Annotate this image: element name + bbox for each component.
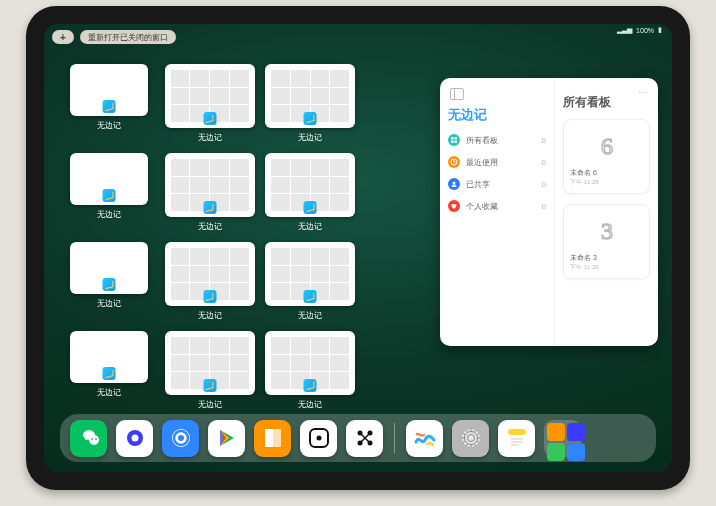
window-thumbnail	[70, 331, 148, 383]
board-thumbnail: 3	[587, 211, 627, 251]
window-thumbnail	[165, 242, 255, 306]
dock-recent-apps[interactable]	[544, 420, 581, 457]
window-thumbnail	[165, 64, 255, 128]
window-label: 无边记	[97, 120, 121, 131]
window-label: 无边记	[298, 221, 322, 232]
reopen-closed-window-button[interactable]: 重新打开已关闭的窗口	[80, 30, 176, 44]
freeform-app-icon	[304, 379, 317, 392]
sidebar-item-count: 0	[542, 136, 546, 145]
sidebar-item[interactable]: 最近使用0	[448, 156, 546, 168]
sidebar-item[interactable]: 个人收藏0	[448, 200, 546, 212]
freeform-app-icon	[103, 189, 116, 202]
switcher-window[interactable]: 无边记	[70, 242, 148, 321]
freeform-app-icon	[203, 201, 216, 214]
svg-rect-0	[451, 137, 454, 140]
svg-rect-40	[508, 429, 526, 435]
svg-point-19	[316, 436, 321, 441]
recent-app-mini-icon	[567, 423, 585, 441]
dock-books-icon[interactable]	[254, 420, 291, 457]
ipad-screen: ▂▃▅ 100% ▮ + 重新打开已关闭的窗口 无边记无边记无边记无边记无边记无…	[44, 24, 672, 472]
battery-icon: ▮	[658, 26, 662, 34]
dock-separator	[394, 423, 395, 453]
sidebar-toggle-icon[interactable]	[450, 88, 464, 100]
sidebar-item[interactable]: 所有看板0	[448, 134, 546, 146]
app-switcher-grid: 无边记无边记无边记无边记无边记无边记无边记无边记无边记无边记无边记无边记	[70, 64, 450, 410]
panel-right-title: 所有看板	[563, 94, 650, 111]
recent-app-mini-icon	[547, 423, 565, 441]
board-subtitle: 下午 11:28	[570, 178, 643, 187]
dock-wechat-icon[interactable]	[70, 420, 107, 457]
window-thumbnail	[265, 153, 355, 217]
panel-title: 无边记	[448, 106, 546, 124]
dock-notes-icon[interactable]	[498, 420, 535, 457]
svg-point-9	[91, 438, 93, 440]
window-label: 无边记	[198, 132, 222, 143]
board-card[interactable]: 3未命名 3下午 11:28	[563, 204, 650, 279]
sidebar-item[interactable]: 已共享0	[448, 178, 546, 190]
dock-play-icon[interactable]	[208, 420, 245, 457]
window-label: 无边记	[298, 399, 322, 410]
dock-settings-icon[interactable]	[452, 420, 489, 457]
freeform-app-icon	[304, 201, 317, 214]
sidebar-item-label: 个人收藏	[466, 201, 498, 212]
window-thumbnail	[70, 64, 148, 116]
dock	[60, 414, 656, 462]
window-thumbnail	[165, 331, 255, 395]
grid-icon	[448, 134, 460, 146]
svg-point-15	[178, 435, 184, 441]
switcher-window[interactable]: 无边记	[171, 331, 249, 410]
board-card[interactable]: 6未命名 6下午 11:28	[563, 119, 650, 194]
svg-rect-2	[451, 141, 454, 144]
window-label: 无边记	[97, 387, 121, 398]
sidebar-item-count: 0	[542, 180, 546, 189]
window-label: 无边记	[298, 310, 322, 321]
sidebar-item-count: 0	[542, 202, 546, 211]
freeform-app-icon	[304, 112, 317, 125]
freeform-app-icon	[203, 112, 216, 125]
svg-point-12	[131, 435, 138, 442]
window-thumbnail	[265, 331, 355, 395]
switcher-window[interactable]: 无边记	[171, 153, 249, 232]
window-thumbnail	[70, 153, 148, 205]
freeform-app-icon	[103, 367, 116, 380]
svg-text:6: 6	[601, 133, 613, 159]
switcher-window[interactable]: 无边记	[271, 242, 349, 321]
reopen-label: 重新打开已关闭的窗口	[88, 32, 168, 43]
switcher-window[interactable]: 无边记	[271, 331, 349, 410]
board-title: 未命名 6	[570, 168, 643, 178]
sidebar-item-label: 所有看板	[466, 135, 498, 146]
svg-point-5	[453, 182, 456, 185]
heart-icon	[448, 200, 460, 212]
freeform-window[interactable]: ⋯ 无边记 所有看板0最近使用0已共享0个人收藏0 所有看板 6未命名 6下午 …	[440, 78, 658, 346]
switcher-window[interactable]: 无边记	[70, 64, 148, 143]
window-label: 无边记	[198, 310, 222, 321]
switcher-window[interactable]: 无边记	[171, 242, 249, 321]
switcher-window[interactable]: 无边记	[70, 153, 148, 232]
svg-rect-17	[273, 429, 281, 447]
switcher-window[interactable]: 无边记	[70, 331, 148, 410]
svg-rect-3	[455, 141, 458, 144]
battery-text: 100%	[636, 27, 654, 34]
window-label: 无边记	[198, 399, 222, 410]
recent-app-mini-icon	[547, 443, 565, 461]
clock-icon	[448, 156, 460, 168]
freeform-app-icon	[103, 278, 116, 291]
panel-content: 所有看板 6未命名 6下午 11:283未命名 3下午 11:28	[554, 78, 658, 346]
dock-qqbrowser-icon[interactable]	[162, 420, 199, 457]
dock-freeform-icon[interactable]	[406, 420, 443, 457]
board-title: 未命名 3	[570, 253, 643, 263]
window-thumbnail	[70, 242, 148, 294]
switcher-window[interactable]: 无边记	[271, 64, 349, 143]
svg-rect-16	[265, 429, 273, 447]
recent-app-mini-icon	[567, 443, 585, 461]
switcher-window[interactable]: 无边记	[171, 64, 249, 143]
signal-icon: ▂▃▅	[617, 26, 632, 34]
add-window-button[interactable]: +	[52, 30, 74, 44]
freeform-app-icon	[103, 100, 116, 113]
dock-quark-icon[interactable]	[116, 420, 153, 457]
dock-dice-icon[interactable]	[300, 420, 337, 457]
svg-text:3: 3	[601, 218, 613, 244]
svg-point-8	[89, 435, 99, 445]
switcher-window[interactable]: 无边记	[271, 153, 349, 232]
dock-dots-icon[interactable]	[346, 420, 383, 457]
